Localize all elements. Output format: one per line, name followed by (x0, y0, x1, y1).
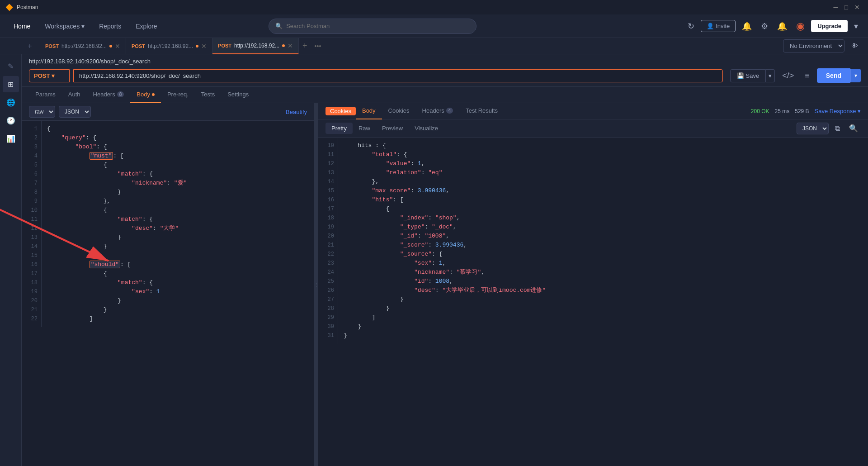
sidebar-collections[interactable]: ⊞ (3, 76, 19, 92)
avatar-icon[interactable]: ◉ (793, 19, 807, 34)
resp-line: } (344, 295, 868, 304)
code-editor[interactable]: 12345 678910 1112131415 1617181920 2122 … (22, 121, 314, 466)
save-dropdown-button[interactable]: ▾ (766, 69, 775, 82)
notification-icon[interactable]: 🔔 (739, 19, 755, 33)
resp-line: "_source": { (344, 250, 868, 259)
bell-icon[interactable]: 🔔 (774, 19, 790, 33)
code-line: "nickname": "爱" (47, 179, 314, 188)
status-time: 25 ms (775, 108, 790, 114)
resp-tab-headers[interactable]: Headers 4 (416, 103, 460, 119)
resp-line: "id": 1008, (344, 277, 868, 286)
search-response-button[interactable]: 🔍 (846, 122, 861, 134)
status-size: 529 B (795, 108, 809, 114)
nav-home[interactable]: Home (7, 20, 37, 33)
code-line: "sex": 1 (47, 287, 314, 296)
invite-button[interactable]: 👤 Invite (701, 20, 736, 32)
environment-eye-button[interactable]: 👁 (848, 40, 861, 52)
resp-code-content: hits : { "total": { "value": 1, "relatio… (338, 138, 868, 344)
tab-1-close[interactable]: ✕ (201, 43, 207, 50)
req-tab-prereq[interactable]: Pre-req. (161, 87, 195, 103)
sidebar-new-request[interactable]: ✎ (3, 58, 19, 74)
tab-2[interactable]: POST http://192.168.92... ✕ (212, 38, 299, 54)
status-ok: 200 OK (751, 108, 769, 114)
response-editor[interactable]: 1011121314 1516171819 2021222324 2526272… (318, 138, 868, 466)
body-lang-select[interactable]: JSON (59, 106, 91, 118)
body-format-select[interactable]: raw (29, 106, 55, 118)
close-button[interactable]: ✕ (852, 3, 863, 12)
beautify-button[interactable]: Beautify (286, 109, 307, 115)
sync-icon[interactable]: ↻ (685, 19, 697, 33)
new-tab-icon[interactable]: + (22, 38, 38, 54)
resp-format-pretty[interactable]: Pretty (326, 123, 353, 134)
search-bar[interactable]: 🔍 (269, 19, 476, 34)
resp-line: "_index": "shop", (344, 214, 868, 223)
nav-workspaces[interactable]: Workspaces ▾ (38, 20, 91, 33)
maximize-button[interactable]: □ (842, 3, 851, 12)
copy-response-button[interactable]: ⧉ (832, 123, 843, 134)
editor-area: raw JSON Beautify 12345 678910 111213141… (22, 103, 868, 466)
nav-explore[interactable]: Explore (129, 20, 163, 33)
resp-format-preview[interactable]: Preview (376, 123, 409, 134)
tab-1-dot (196, 45, 198, 48)
save-response-button[interactable]: Save Response ▾ (815, 108, 861, 114)
tab-0-close[interactable]: ✕ (115, 43, 120, 50)
save-button[interactable]: 💾 Save (730, 69, 766, 82)
main-layout: ✎ ⊞ 🌐 🕐 📊 http://192.168.92.140:9200/sho… (0, 54, 868, 466)
resp-format-raw[interactable]: Raw (353, 123, 376, 134)
response-lang-select[interactable]: JSON (797, 123, 829, 134)
code-line: "desc": "大学" (47, 224, 314, 233)
resp-tab-cookies-active[interactable]: Cookies (326, 107, 356, 115)
tab-2-close[interactable]: ✕ (288, 42, 293, 49)
tab-0-url: http://192.168.92... (61, 43, 107, 49)
search-icon: 🔍 (275, 23, 283, 29)
nav-reports[interactable]: Reports (93, 20, 127, 33)
resp-line: ] (344, 313, 868, 322)
code-line: ] (47, 314, 314, 323)
sidebar-monitor[interactable]: 📊 (3, 130, 19, 147)
docs-button[interactable]: ≡ (801, 69, 813, 82)
more-tabs-button[interactable]: ••• (311, 43, 325, 50)
method-select[interactable]: POST ▾ (29, 69, 70, 82)
resp-tab-test-results[interactable]: Test Results (459, 103, 504, 119)
send-button[interactable]: Send (817, 68, 850, 83)
req-tab-auth[interactable]: Auth (62, 87, 87, 103)
response-status: 200 OK 25 ms 529 B Save Response ▾ (751, 108, 861, 114)
code-line: }, (47, 197, 314, 206)
topnav: Home Workspaces ▾ Reports Explore 🔍 ↻ 👤 … (0, 14, 868, 38)
req-tab-settings[interactable]: Settings (221, 87, 255, 103)
app-title: Postman (17, 4, 38, 10)
code-line: { (47, 161, 314, 170)
environment-select[interactable]: No Environment (783, 39, 844, 52)
resp-line: "_id": "1008", (344, 232, 868, 241)
code-button[interactable]: </> (778, 69, 797, 82)
req-tab-body[interactable]: Body (130, 87, 161, 103)
minimize-button[interactable]: ─ (831, 3, 841, 12)
tab-1[interactable]: POST http://192.168.92... ✕ (126, 38, 212, 54)
dropdown-icon[interactable]: ▾ (851, 19, 861, 33)
sidebar: ✎ ⊞ 🌐 🕐 📊 (0, 54, 22, 466)
search-input[interactable] (286, 23, 470, 29)
sidebar-environments[interactable]: 🌐 (3, 94, 19, 110)
req-tab-params[interactable]: Params (29, 87, 62, 103)
tab-0[interactable]: POST http://192.168.92... ✕ (40, 38, 126, 54)
send-dropdown-button[interactable]: ▾ (850, 69, 861, 82)
resp-tab-body[interactable]: Body (356, 103, 382, 119)
code-line: } (47, 188, 314, 197)
settings-icon[interactable]: ⚙ (758, 19, 771, 33)
resp-line: "relation": "eq" (344, 168, 868, 177)
add-tab-button[interactable]: + (299, 41, 311, 51)
url-input[interactable]: http://192.168.92.140:9200/shop/_doc/_se… (73, 69, 723, 82)
req-tab-tests[interactable]: Tests (195, 87, 221, 103)
req-tab-headers[interactable]: Headers 8 (87, 87, 131, 103)
sidebar-history[interactable]: 🕐 (3, 112, 19, 128)
resp-tab-cookies[interactable]: Cookies (382, 103, 416, 119)
nav-right: ↻ 👤 Invite 🔔 ⚙ 🔔 ◉ Upgrade ▾ (685, 19, 861, 34)
upgrade-button[interactable]: Upgrade (811, 20, 848, 32)
main-content: http://192.168.92.140:9200/shop/_doc/_se… (22, 54, 868, 466)
code-line: } (47, 305, 314, 314)
divider-handle[interactable]: ⋮ (315, 103, 318, 466)
code-line: { (47, 269, 314, 278)
resp-line: "hits": [ (344, 195, 868, 204)
resp-format-visualize[interactable]: Visualize (409, 123, 444, 134)
code-line: { (47, 206, 314, 215)
